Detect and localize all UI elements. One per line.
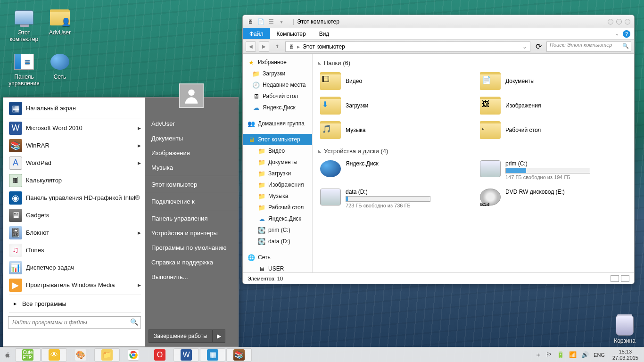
start-item-itunes[interactable]: ♫iTunes xyxy=(5,241,145,259)
taskbar-dock[interactable]: ▦ xyxy=(200,348,225,362)
desktop-icon-advuser[interactable]: AdvUser xyxy=(43,8,76,36)
right-item-this-pc[interactable]: Этот компьютер xyxy=(145,177,238,192)
explorer-search[interactable]: Поиск: Этот компьютер 🔍 xyxy=(546,41,631,52)
right-item-run[interactable]: Выполнить... xyxy=(145,270,238,284)
refresh-button[interactable]: ⟳ xyxy=(533,41,544,52)
desktop-icon-control-panel[interactable]: Панель управления xyxy=(8,52,41,87)
side-desktop2[interactable]: 📁Рабочий стол xyxy=(243,202,312,213)
minimize-button[interactable] xyxy=(608,19,613,25)
start-item-intel-graphics[interactable]: ◉Панель управления HD-графикой Intel® xyxy=(5,189,145,206)
tab-computer[interactable]: Компьютер xyxy=(270,28,313,39)
side-documents[interactable]: 📁Документы xyxy=(243,156,312,168)
tray-network-icon[interactable]: 📶 xyxy=(569,351,577,358)
side-desktop[interactable]: 🖥Рабочий стол xyxy=(243,90,312,102)
folder-desktop[interactable]: Рабочий стол xyxy=(478,119,628,141)
tray-expand-icon[interactable]: ＋ xyxy=(535,351,541,359)
start-search-input[interactable] xyxy=(8,316,141,329)
taskbar-winrar[interactable]: 📚 xyxy=(226,348,252,362)
side-drive-d[interactable]: 💽data (D:) xyxy=(243,236,312,247)
side-images[interactable]: 📁Изображения xyxy=(243,179,312,190)
right-item-music[interactable]: Музыка xyxy=(145,160,238,175)
device-drive-c[interactable]: prim (C:)147 ГБ свободно из 194 ГБ xyxy=(478,158,628,182)
section-devices[interactable]: Устройства и диски (4) xyxy=(318,148,628,155)
tab-file[interactable]: Файл xyxy=(243,28,270,39)
desktop-icon-network[interactable]: Сеть xyxy=(43,52,76,80)
side-videos[interactable]: 📁Видео xyxy=(243,145,312,156)
side-downloads[interactable]: 📁Загрузки xyxy=(243,68,312,79)
view-details-button[interactable] xyxy=(611,275,619,282)
all-programs[interactable]: Все программы xyxy=(5,296,145,311)
folder-video[interactable]: Видео xyxy=(318,70,469,92)
side-music[interactable]: 📁Музыка xyxy=(243,190,312,202)
help-icon[interactable]: ? xyxy=(623,30,630,38)
taskbar-webcam[interactable]: 👁 xyxy=(41,348,67,362)
desktop-icon-this-pc[interactable]: Этот компьютер xyxy=(8,8,41,42)
desktop-icon-trash[interactable]: Корзина xyxy=(608,316,641,344)
shutdown-options-button[interactable]: ▶ xyxy=(213,329,225,343)
start-item-task-manager[interactable]: 📊Диспетчер задач xyxy=(5,259,145,276)
start-item-gadgets[interactable]: 🖥Gadgets xyxy=(5,206,145,224)
folder-images[interactable]: Изображения xyxy=(478,95,628,116)
side-downloads2[interactable]: 📁Загрузки xyxy=(243,168,312,179)
start-item-word[interactable]: WMicrosoft Word 2010▶ xyxy=(5,119,145,137)
side-homegroup[interactable]: 👥Домашняя группа xyxy=(243,118,312,129)
side-this-pc[interactable]: 🖥Этот компьютер xyxy=(243,134,312,145)
start-item-start-screen[interactable]: ▦Начальный экран xyxy=(5,99,145,117)
right-item-default-programs[interactable]: Программы по умолчанию xyxy=(145,240,238,255)
qat-dropdown-icon[interactable]: ▾ xyxy=(278,18,285,25)
taskbar-paint[interactable]: 🎨 xyxy=(68,348,93,362)
start-item-notepad[interactable]: 📓Блокнот▶ xyxy=(5,224,145,241)
nav-back-button[interactable]: ◀ xyxy=(246,41,256,52)
folder-music[interactable]: Музыка xyxy=(318,119,469,141)
taskbar-clock[interactable]: 15:13 27.03.2015 xyxy=(610,349,641,361)
tray-volume-icon[interactable]: 🔊 xyxy=(581,351,589,358)
maximize-button[interactable] xyxy=(616,19,622,25)
language-indicator[interactable]: ENG xyxy=(594,352,605,358)
taskbar-chrome[interactable] xyxy=(121,348,146,362)
side-network[interactable]: 🌐Сеть xyxy=(243,252,312,263)
start-item-wordpad[interactable]: AWordPad▶ xyxy=(5,154,145,172)
ribbon-expand-icon[interactable]: ⌄ xyxy=(615,31,619,36)
right-item-user[interactable]: AdvUser xyxy=(145,116,238,131)
taskbar-explorer[interactable]: 📁 xyxy=(94,348,120,362)
start-item-winrar[interactable]: 📚WinRAR▶ xyxy=(5,137,145,154)
address-bar[interactable]: 🖥 ▸ Этот компьютер ⌄ xyxy=(285,41,530,52)
side-yandex-disk2[interactable]: ☁Яндекс.Диск xyxy=(243,213,312,224)
properties-icon[interactable]: ☰ xyxy=(267,18,275,25)
section-folders[interactable]: Папки (6) xyxy=(318,59,628,66)
tray-action-center-icon[interactable]: 🏳 xyxy=(546,351,552,358)
side-recent[interactable]: 🕘Недавние места xyxy=(243,79,312,90)
user-avatar[interactable] xyxy=(179,83,204,108)
right-item-connect[interactable]: Подключение к xyxy=(145,194,238,209)
start-item-calculator[interactable]: 🖩Калькулятор xyxy=(5,172,145,189)
folder-downloads[interactable]: Загрузки xyxy=(318,95,469,116)
right-item-control-panel[interactable]: Панель управления xyxy=(145,211,238,226)
device-yandex-disk[interactable]: Яндекс.Диск xyxy=(318,158,469,182)
start-button[interactable] xyxy=(3,350,12,360)
side-net-user[interactable]: 🖥USER xyxy=(243,263,312,272)
new-folder-icon[interactable]: 📄 xyxy=(257,18,264,25)
side-favorites[interactable]: ★Избранное xyxy=(243,57,312,68)
view-icons-button[interactable] xyxy=(621,275,629,282)
chevron-down-icon[interactable]: ⌄ xyxy=(522,43,527,50)
nav-up-button[interactable]: ⬆ xyxy=(272,41,282,52)
device-dvd[interactable]: DVD RW дисковод (E:) xyxy=(478,187,628,210)
tray-battery-icon[interactable]: 🔋 xyxy=(557,351,564,358)
explorer-titlebar[interactable]: 🖥 📄 ☰ ▾ | Этот компьютер xyxy=(243,15,634,28)
taskbar-word[interactable]: W xyxy=(173,348,199,362)
tab-view[interactable]: Вид xyxy=(313,28,336,39)
nav-forward-button[interactable]: ▶ xyxy=(259,41,269,52)
side-drive-c[interactable]: 💽prim (C:) xyxy=(243,224,312,236)
start-item-wmp[interactable]: ▶Проигрыватель Windows Media▶ xyxy=(5,276,145,294)
right-item-devices-printers[interactable]: Устройства и принтеры xyxy=(145,226,238,240)
taskbar-opera[interactable]: O xyxy=(147,348,173,362)
shutdown-button[interactable]: Завершение работы xyxy=(149,329,213,343)
right-item-help[interactable]: Справка и поддержка xyxy=(145,255,238,270)
taskbar-cuteftp[interactable]: CuteFTP xyxy=(15,348,41,362)
close-button[interactable] xyxy=(625,19,630,25)
folder-documents[interactable]: Документы xyxy=(478,70,628,92)
device-drive-d[interactable]: data (D:)723 ГБ свободно из 736 ГБ xyxy=(318,187,469,210)
side-yandex-disk[interactable]: ☁Яндекс.Диск xyxy=(243,102,312,113)
right-item-images[interactable]: Изображения xyxy=(145,146,238,160)
right-item-documents[interactable]: Документы xyxy=(145,131,238,146)
